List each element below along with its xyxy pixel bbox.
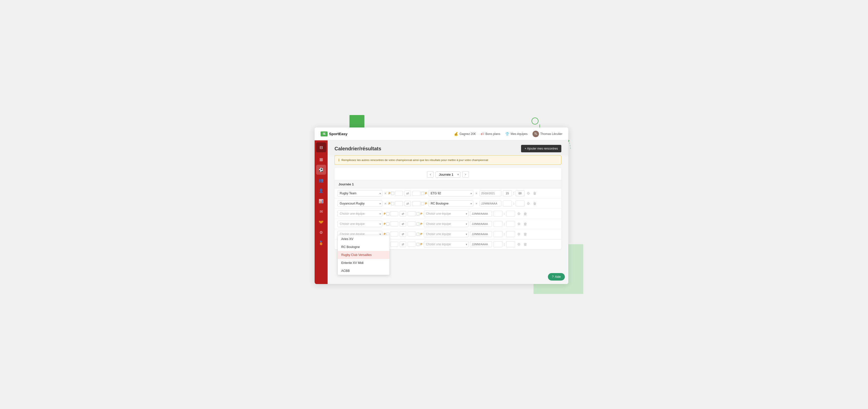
swap-button-1[interactable]: ⇄ — [404, 191, 411, 196]
home-checkbox-1[interactable] — [391, 192, 394, 195]
home-checkbox-4[interactable] — [386, 223, 390, 226]
clear-away-2[interactable]: ✕ — [475, 202, 478, 205]
away-checkbox-3[interactable] — [416, 212, 420, 215]
away-score-input-5[interactable] — [408, 232, 415, 237]
time-h-input-5[interactable] — [493, 231, 502, 237]
clear-home-1[interactable]: ✕ — [384, 192, 387, 195]
away-score-input-1[interactable] — [412, 191, 420, 196]
settings-row-icon-2[interactable]: ⚙ — [526, 202, 531, 205]
next-journee-button[interactable]: › — [462, 171, 469, 178]
away-team-select-3[interactable]: Choisir une équipe — [424, 210, 469, 217]
dropdown-item-rcboulogne[interactable]: RC Boulogne — [338, 243, 390, 251]
sidebar-item-settings[interactable]: ⚙ — [316, 227, 326, 237]
home-team-select-2[interactable]: Guyancourt Rugby — [338, 200, 382, 207]
away-checkbox-5[interactable] — [416, 233, 420, 236]
away-score-input-4[interactable] — [408, 221, 415, 226]
home-score-input-2[interactable] — [395, 201, 403, 206]
time-m-input-2[interactable] — [516, 201, 525, 206]
teams-button[interactable]: 👕 Mes équipes — [505, 132, 528, 136]
clear-home-2[interactable]: ✕ — [384, 202, 387, 205]
sidebar-item-badge[interactable]: 🏅 — [316, 238, 326, 248]
swap-button-4[interactable]: ⇄ — [400, 221, 406, 227]
dropdown-item-entente[interactable]: Entente XV Midi — [338, 259, 390, 267]
home-team-wrap-2: Guyancourt Rugby ▾ — [338, 200, 382, 207]
away-team-select-1[interactable]: ETG 92 — [429, 190, 473, 197]
earn-button[interactable]: 💰 Gagnez 20€ — [454, 132, 475, 136]
sidebar-item-calendar[interactable]: ▦ — [316, 154, 326, 164]
sidebar-item-trophy[interactable]: ⚽ — [316, 165, 326, 175]
away-checkbox-2[interactable] — [421, 202, 424, 205]
delete-row-button-6[interactable]: 🗑 — [523, 242, 528, 246]
away-score-input-3[interactable] — [408, 211, 415, 216]
delete-row-button-3[interactable]: 🗑 — [523, 212, 528, 216]
away-checkbox-1[interactable] — [421, 192, 424, 195]
away-team-select-4[interactable]: Choisir une équipe — [424, 220, 469, 227]
date-input-3[interactable] — [470, 211, 492, 217]
away-team-select-6[interactable]: Choisir une équipe — [424, 241, 469, 247]
time-m-input-3[interactable] — [506, 211, 515, 217]
home-checkbox-2[interactable] — [391, 202, 394, 205]
delete-row-button-2[interactable]: 🗑 — [532, 202, 537, 205]
home-score-input-4[interactable] — [390, 221, 398, 226]
away-checkbox-4[interactable] — [416, 223, 420, 226]
settings-row-icon-4[interactable]: ⚙ — [517, 222, 521, 226]
time-m-input-4[interactable] — [506, 221, 515, 227]
time-h-input-3[interactable] — [493, 211, 502, 217]
home-team-select-1[interactable]: Rugby Team — [338, 190, 382, 197]
time-h-input-1[interactable] — [503, 190, 512, 196]
dropdown-item-rugby-versailles[interactable]: Rugby Club Versailles — [338, 251, 390, 259]
delete-row-button-1[interactable]: 🗑 — [532, 191, 537, 195]
dropdown-item-aries[interactable]: Aries XV — [338, 235, 390, 243]
sidebar-item-person[interactable]: 👤 — [316, 185, 326, 196]
date-input-5[interactable] — [470, 231, 492, 237]
delete-row-button-5[interactable]: 🗑 — [523, 232, 528, 236]
time-m-input-6[interactable] — [506, 241, 515, 247]
away-score-section-1: P — [412, 191, 427, 196]
settings-row-icon-1[interactable]: ⚙ — [526, 191, 531, 195]
time-h-input-2[interactable] — [503, 201, 512, 206]
time-h-input-4[interactable] — [493, 221, 502, 227]
roster-icon: 🤝 — [319, 220, 323, 225]
time-m-input-1[interactable] — [516, 190, 525, 196]
away-checkbox-6[interactable] — [416, 243, 420, 246]
home-score-input-1[interactable] — [395, 191, 403, 196]
home-score-input-5[interactable] — [390, 232, 398, 237]
time-h-input-6[interactable] — [493, 241, 502, 247]
journee-select[interactable]: Journée 1 Journée 2 Journée 3 — [435, 171, 460, 178]
sidebar-item-group[interactable]: 👥 — [316, 175, 326, 185]
home-score-input-3[interactable] — [390, 211, 398, 216]
away-team-select-2[interactable]: RC Boulogne — [429, 200, 473, 207]
date-input-6[interactable] — [470, 241, 492, 247]
away-team-select-5[interactable]: Choisir une équipe — [424, 231, 469, 237]
settings-row-icon-6[interactable]: ⚙ — [517, 242, 521, 246]
settings-row-icon-3[interactable]: ⚙ — [517, 212, 521, 216]
user-menu[interactable]: TL Thomas Léculier — [532, 131, 562, 137]
home-team-select-4[interactable]: Choisir une équipe — [338, 220, 382, 227]
away-score-input-6[interactable] — [408, 242, 415, 247]
swap-button-3[interactable]: ⇄ — [400, 211, 406, 216]
deals-button[interactable]: 🏷 Bons plans — [481, 132, 500, 136]
sidebar-item-messages[interactable]: ✉ — [316, 206, 326, 216]
sidebar-item-home[interactable]: ⊟ — [316, 142, 326, 152]
swap-button-6[interactable]: ⇄ — [400, 241, 406, 247]
delete-row-button-4[interactable]: 🗑 — [523, 222, 528, 226]
sidebar: ⊟ ▦ ⚽ 👥 👤 📊 ✉ — [315, 140, 328, 284]
date-input-2[interactable] — [479, 201, 501, 206]
help-button[interactable]: ? Aide — [548, 273, 565, 280]
clear-away-1[interactable]: ✕ — [475, 192, 478, 195]
date-input-4[interactable] — [470, 221, 492, 227]
home-team-select-3[interactable]: Choisir une équipe — [338, 210, 382, 217]
away-score-input-2[interactable] — [412, 201, 420, 206]
sidebar-item-roster[interactable]: 🤝 — [316, 217, 326, 227]
sidebar-item-stats[interactable]: 📊 — [316, 196, 326, 206]
swap-button-2[interactable]: ⇄ — [404, 201, 411, 206]
home-score-input-6[interactable] — [390, 242, 398, 247]
time-m-input-5[interactable] — [506, 231, 515, 237]
prev-journee-button[interactable]: ‹ — [427, 171, 434, 178]
home-checkbox-3[interactable] — [386, 212, 390, 215]
add-matches-button[interactable]: + Ajouter mes rencontres — [521, 145, 561, 152]
settings-row-icon-5[interactable]: ⚙ — [517, 232, 521, 236]
swap-button-5[interactable]: ⇄ — [400, 231, 406, 237]
dropdown-item-acbb[interactable]: ACBB — [338, 267, 390, 275]
date-input-1[interactable] — [479, 190, 501, 196]
